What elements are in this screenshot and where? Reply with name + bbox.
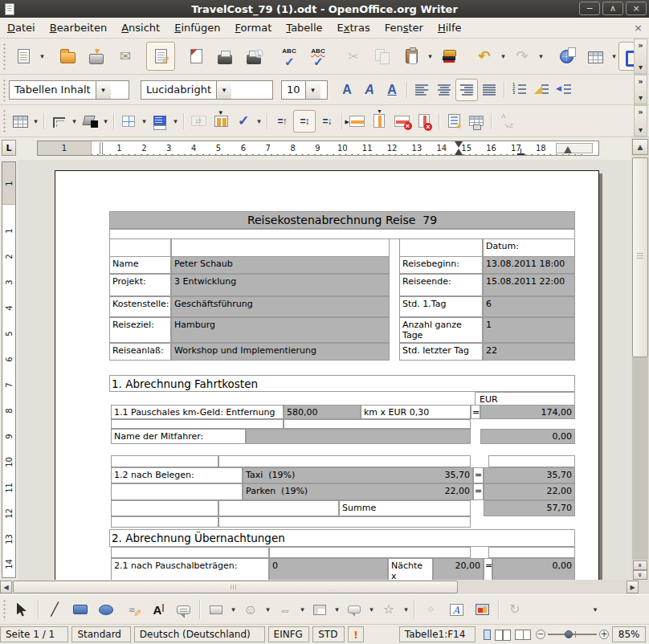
- mitfahrer-label-cell[interactable]: Name der Mitfahrer:: [111, 429, 246, 444]
- table-cell[interactable]: [269, 547, 471, 558]
- status-page-style[interactable]: Standard: [71, 626, 130, 642]
- table-cell[interactable]: [171, 238, 390, 257]
- dropdown-arrow-icon[interactable]: ▾: [298, 605, 307, 613]
- info-value-cell[interactable]: 22: [483, 343, 575, 361]
- table-cell[interactable]: [284, 419, 471, 429]
- dropdown-arrow-icon[interactable]: ▾: [229, 605, 238, 613]
- toolbar-grip[interactable]: [2, 108, 7, 133]
- align-bottom-button[interactable]: =↓: [316, 110, 338, 132]
- undo-button[interactable]: ↶: [470, 42, 499, 71]
- equals-cell[interactable]: =: [473, 483, 484, 500]
- auto-spellcheck-button[interactable]: ABC: [304, 42, 333, 71]
- mitfahrer-value-cell[interactable]: [246, 429, 471, 444]
- table-cell[interactable]: [111, 516, 218, 528]
- align-right-button[interactable]: [455, 79, 478, 101]
- km-amount-cell[interactable]: 174,00: [480, 405, 575, 419]
- equals-cell[interactable]: =: [473, 467, 484, 483]
- page-preview-button[interactable]: [239, 42, 268, 71]
- pauschal-amount-cell[interactable]: 0,00: [492, 558, 575, 580]
- edit-points-button[interactable]: ✧: [418, 597, 443, 622]
- info-value-cell[interactable]: 15.08.2011 22:00: [483, 274, 575, 296]
- align-top-button[interactable]: =↑: [271, 110, 293, 132]
- table-button[interactable]: [9, 110, 31, 132]
- pauschal-label-cell[interactable]: 2.1 nach Pauschalbeträgen:: [111, 558, 269, 580]
- optimize-button[interactable]: ✓: [232, 110, 255, 132]
- paragraph-style-combo[interactable]: Tabellen Inhalt ▾: [9, 80, 129, 100]
- dropdown-arrow-icon[interactable]: ▾: [333, 605, 341, 613]
- info-label-cell[interactable]: Name: [109, 256, 171, 274]
- menu-format[interactable]: Format: [228, 18, 280, 37]
- merge-cells-button[interactable]: [187, 110, 210, 132]
- toolbar-options-arrow[interactable]: ▾: [590, 605, 601, 613]
- bold-button[interactable]: A: [336, 79, 358, 101]
- cut-button[interactable]: ✂: [339, 42, 368, 71]
- dropdown-arrow-icon[interactable]: ▾: [31, 117, 40, 125]
- document-canvas[interactable]: Reisekostenabrechnung Reise 79 Datum: Na…: [18, 160, 631, 580]
- info-value-cell[interactable]: 13.08.2011 18:00: [483, 256, 575, 274]
- edit-file-button[interactable]: [146, 42, 175, 71]
- draw-functions-button[interactable]: [618, 42, 634, 71]
- align-left-button[interactable]: [410, 79, 433, 101]
- table-cell[interactable]: [218, 455, 471, 467]
- page[interactable]: Reisekostenabrechnung Reise 79 Datum: Na…: [55, 170, 599, 580]
- info-value-cell[interactable]: Hamburg: [171, 317, 390, 343]
- dropdown-arrow-icon[interactable]: ▾: [140, 117, 149, 125]
- text-box-button[interactable]: A: [145, 597, 170, 622]
- dropdown-arrow-icon[interactable]: ▾: [610, 52, 618, 60]
- chevron-down-icon[interactable]: ▾: [216, 81, 231, 99]
- menu-ansicht[interactable]: Ansicht: [114, 18, 167, 37]
- status-insert-mode[interactable]: EINFG: [268, 626, 310, 642]
- status-page[interactable]: Seite 1 / 1: [0, 626, 68, 642]
- toolbar-overflow-button[interactable]: » ▾: [634, 39, 647, 74]
- table-cell[interactable]: [111, 483, 243, 500]
- status-zoom-percent[interactable]: 85%: [612, 626, 646, 642]
- chevron-down-icon[interactable]: ▾: [305, 81, 320, 99]
- table-cell[interactable]: [218, 516, 471, 528]
- table-cell[interactable]: [218, 500, 339, 516]
- summe-amount-cell[interactable]: 57,70: [484, 500, 575, 516]
- dropdown-arrow-icon[interactable]: ▾: [263, 605, 272, 613]
- picture-button[interactable]: [469, 597, 495, 622]
- copy-button[interactable]: [368, 42, 397, 71]
- justify-button[interactable]: [478, 79, 500, 101]
- paste-button[interactable]: [397, 42, 426, 71]
- info-label-cell[interactable]: Reiseende:: [399, 274, 483, 296]
- scroll-up-icon[interactable]: ▲: [632, 139, 648, 155]
- menu-hilfe[interactable]: Hilfe: [431, 18, 469, 37]
- zoom-out-icon[interactable]: −: [536, 630, 545, 639]
- km-label-cell[interactable]: 1.1 Pauschales km-Geld: Entfernung: [111, 405, 284, 419]
- minimize-button[interactable]: −: [579, 2, 600, 15]
- taxi-amount-cell[interactable]: 35,70: [484, 467, 575, 483]
- save-button[interactable]: [82, 42, 111, 71]
- equals-cell[interactable]: =: [484, 558, 492, 580]
- export-pdf-button[interactable]: PDF: [182, 42, 210, 71]
- maximize-button[interactable]: ∧: [602, 2, 623, 15]
- equals-cell[interactable]: =: [471, 405, 480, 419]
- insert-table-button[interactable]: [581, 42, 610, 71]
- eur-header-cell[interactable]: EUR: [475, 392, 575, 406]
- pauschal-rate-cell[interactable]: 20,00: [433, 558, 484, 580]
- section2-heading[interactable]: 2. Abrechnung Übernachtungen: [109, 529, 575, 547]
- dropdown-arrow-icon[interactable]: ▾: [537, 52, 545, 60]
- dropdown-arrow-icon[interactable]: ▾: [367, 605, 376, 613]
- table-cell[interactable]: [488, 455, 575, 467]
- autoformat-button[interactable]: [465, 110, 488, 132]
- info-label-cell[interactable]: Std. letzter Tag: [399, 343, 483, 361]
- horizontal-scrollbar[interactable]: ◀ ▶: [0, 580, 649, 594]
- bullet-list-button[interactable]: [530, 79, 553, 101]
- freeform-line-button[interactable]: ≈: [119, 597, 145, 622]
- scroll-right-icon[interactable]: ▶: [627, 581, 639, 593]
- dropdown-arrow-icon[interactable]: ▾: [70, 117, 79, 125]
- pauschal-unit-cell[interactable]: Nächte x: [388, 558, 433, 580]
- status-language[interactable]: Deutsch (Deutschland): [134, 626, 265, 642]
- summe-label-cell[interactable]: Summe: [339, 500, 471, 516]
- menu-bearbeiten[interactable]: Bearbeiten: [43, 18, 114, 37]
- km-distance-cell[interactable]: 580,00: [284, 405, 361, 419]
- single-page-view-icon[interactable]: [484, 630, 491, 640]
- pauschal-count-cell[interactable]: 0: [269, 558, 388, 580]
- numbered-list-button[interactable]: [508, 79, 530, 101]
- status-table-cell[interactable]: Tabelle1:F14: [399, 626, 476, 642]
- toolbar-grip[interactable]: [2, 78, 7, 101]
- split-cells-button[interactable]: [210, 110, 232, 132]
- rotate-button[interactable]: ↻: [502, 597, 528, 622]
